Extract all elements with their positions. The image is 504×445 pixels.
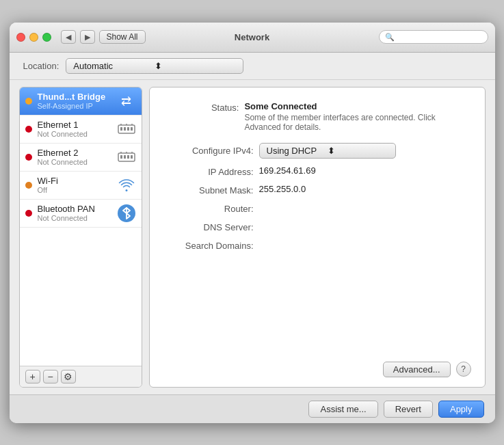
item-name: Ethernet 2: [38, 148, 111, 158]
back-button[interactable]: ◀: [61, 30, 76, 44]
status-dot-red: [25, 154, 32, 161]
configure-value: Using DHCP: [267, 146, 328, 156]
item-sub: Off: [38, 186, 111, 194]
main-content: Thund...t Bridge Self-Assigned IP ⇄ Ethe…: [10, 80, 495, 394]
search-input[interactable]: [397, 32, 482, 42]
router-row: Router:: [163, 202, 471, 214]
sidebar-list: Thund...t Bridge Self-Assigned IP ⇄ Ethe…: [20, 87, 142, 366]
advanced-button[interactable]: Advanced...: [383, 362, 451, 377]
status-value: Some Connected: [244, 101, 470, 111]
show-all-button[interactable]: Show All: [99, 30, 146, 44]
location-value: Automatic: [73, 61, 155, 71]
svg-rect-12: [131, 155, 133, 159]
network-window: ◀ ▶ Show All Network 🔍 Location: Automat…: [10, 23, 495, 423]
item-info: Bluetooth PAN Not Connected: [38, 204, 111, 222]
revert-button[interactable]: Revert: [384, 401, 433, 418]
search-icon: 🔍: [385, 33, 395, 42]
sidebar-footer: + − ⚙: [20, 366, 142, 387]
status-row: Status: Some Connected Some of the membe…: [163, 101, 471, 132]
ip-label: IP Address:: [163, 165, 259, 177]
subnet-value: 255.255.0.0: [259, 184, 306, 194]
svg-rect-9: [120, 155, 122, 159]
svg-rect-11: [127, 155, 129, 159]
configure-label: Configure IPv4:: [163, 146, 259, 156]
item-name: Ethernet 1: [38, 120, 111, 130]
apply-button[interactable]: Apply: [438, 401, 484, 418]
status-dot-yellow: [25, 98, 32, 105]
remove-button[interactable]: −: [43, 370, 58, 383]
sidebar-item-ethernet1[interactable]: Ethernet 1 Not Connected: [20, 116, 142, 144]
wifi-icon: [117, 176, 136, 195]
item-info: Ethernet 2 Not Connected: [38, 148, 111, 166]
help-button[interactable]: ?: [456, 362, 471, 377]
sidebar-item-ethernet2[interactable]: Ethernet 2 Not Connected: [20, 144, 142, 172]
window-title: Network: [235, 32, 269, 42]
item-sub: Not Connected: [38, 130, 111, 138]
chevron-updown-icon: ⬍: [328, 146, 388, 156]
svg-rect-2: [124, 127, 126, 131]
configure-dropdown[interactable]: Using DHCP ⬍: [259, 143, 396, 159]
thunderbolt-icon: ⇄: [117, 92, 136, 111]
item-name: Thund...t Bridge: [38, 92, 111, 102]
configure-row: Configure IPv4: Using DHCP ⬍: [163, 143, 471, 159]
item-name: Wi-Fi: [38, 176, 111, 186]
status-dot-orange: [25, 182, 32, 189]
sidebar-item-wifi[interactable]: Wi-Fi Off: [20, 172, 142, 200]
sidebar: Thund...t Bridge Self-Assigned IP ⇄ Ethe…: [19, 87, 142, 388]
dns-row: DNS Server:: [163, 221, 471, 232]
item-sub: Not Connected: [38, 158, 111, 166]
add-button[interactable]: +: [25, 370, 40, 383]
search-domains-label: Search Domains:: [163, 239, 259, 251]
navigation-controls: ◀ ▶ Show All: [61, 30, 146, 44]
item-sub: Self-Assigned IP: [38, 102, 111, 110]
subnet-row: Subnet Mask: 255.255.0.0: [163, 184, 471, 195]
router-label: Router:: [163, 202, 259, 214]
maximize-button[interactable]: [42, 33, 51, 42]
item-sub: Not Connected: [38, 214, 111, 222]
svg-rect-3: [127, 127, 129, 131]
ip-row: IP Address: 169.254.61.69: [163, 165, 471, 177]
svg-rect-1: [120, 127, 122, 131]
traffic-lights: [16, 33, 51, 42]
ethernet1-icon: [117, 120, 136, 139]
item-info: Ethernet 1 Not Connected: [38, 120, 111, 138]
bluetooth-icon: [117, 204, 136, 223]
ip-value: 169.254.61.69: [259, 165, 316, 176]
dns-label: DNS Server:: [163, 221, 259, 232]
chevron-updown-icon: ⬍: [155, 61, 236, 71]
search-domains-row: Search Domains:: [163, 239, 471, 251]
detail-panel: Status: Some Connected Some of the membe…: [149, 87, 486, 388]
location-toolbar: Location: Automatic ⬍: [10, 53, 495, 80]
bottom-bar: Assist me... Revert Apply: [10, 394, 495, 423]
close-button[interactable]: [16, 33, 25, 42]
location-dropdown[interactable]: Automatic ⬍: [66, 58, 243, 74]
detail-footer: Advanced... ?: [163, 362, 471, 377]
status-value-block: Some Connected Some of the member interf…: [244, 101, 470, 132]
subnet-label: Subnet Mask:: [163, 184, 259, 195]
sidebar-item-thunderbolt[interactable]: Thund...t Bridge Self-Assigned IP ⇄: [20, 87, 142, 116]
gear-button[interactable]: ⚙: [61, 370, 76, 383]
status-dot-red: [25, 210, 32, 217]
sidebar-item-bluetooth[interactable]: Bluetooth PAN Not Connected: [20, 200, 142, 228]
minimize-button[interactable]: [29, 33, 38, 42]
ethernet2-icon: [117, 148, 136, 167]
spacer: [163, 258, 471, 355]
status-label: Status:: [163, 101, 245, 113]
assist-me-button[interactable]: Assist me...: [308, 401, 377, 418]
item-info: Thund...t Bridge Self-Assigned IP: [38, 92, 111, 110]
location-label: Location:: [23, 61, 59, 71]
forward-button[interactable]: ▶: [80, 30, 95, 44]
item-name: Bluetooth PAN: [38, 204, 111, 214]
svg-rect-10: [124, 155, 126, 159]
item-info: Wi-Fi Off: [38, 176, 111, 194]
status-dot-red: [25, 126, 32, 133]
svg-rect-4: [131, 127, 133, 131]
titlebar: ◀ ▶ Show All Network 🔍: [10, 23, 495, 53]
search-box[interactable]: 🔍: [379, 30, 488, 44]
status-sub: Some of the member interfaces are connec…: [244, 113, 470, 132]
